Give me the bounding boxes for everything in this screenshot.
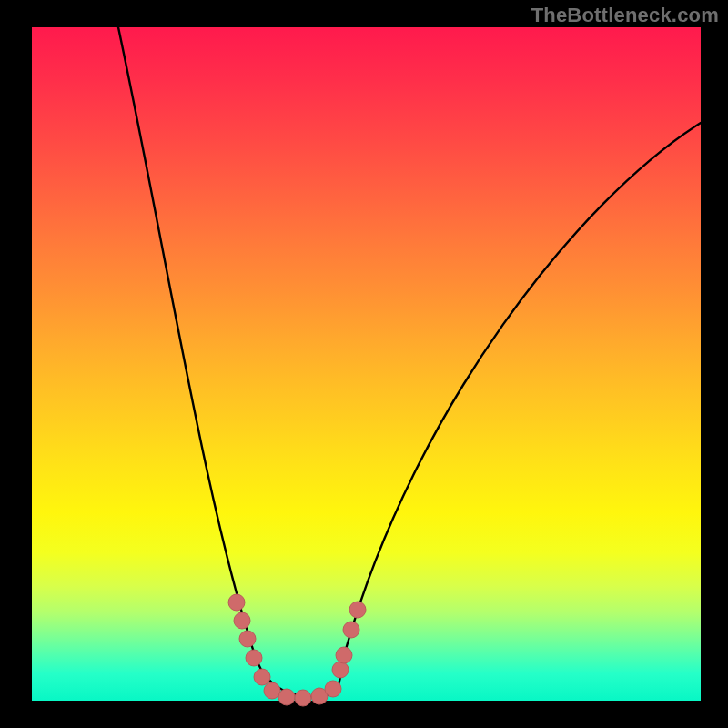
curve-dot xyxy=(234,612,250,629)
curve-dot xyxy=(343,622,359,638)
chart-stage: TheBottleneck.com xyxy=(0,0,728,728)
curve-dot xyxy=(325,681,341,697)
curve-dot xyxy=(295,690,311,706)
curve-dot xyxy=(336,647,352,663)
curve-dot xyxy=(349,602,366,618)
curve-dot xyxy=(332,662,349,678)
curve-dot xyxy=(228,594,245,611)
curve-dot xyxy=(254,669,270,685)
curve-dot xyxy=(246,650,262,666)
dot-cluster xyxy=(228,594,366,706)
chart-svg xyxy=(32,27,701,701)
curve-dot xyxy=(264,682,280,699)
curve-dot xyxy=(278,689,295,705)
plot-area xyxy=(32,27,701,701)
bottleneck-curve xyxy=(118,27,701,696)
curve-dot xyxy=(239,631,256,647)
watermark: TheBottleneck.com xyxy=(531,4,719,27)
